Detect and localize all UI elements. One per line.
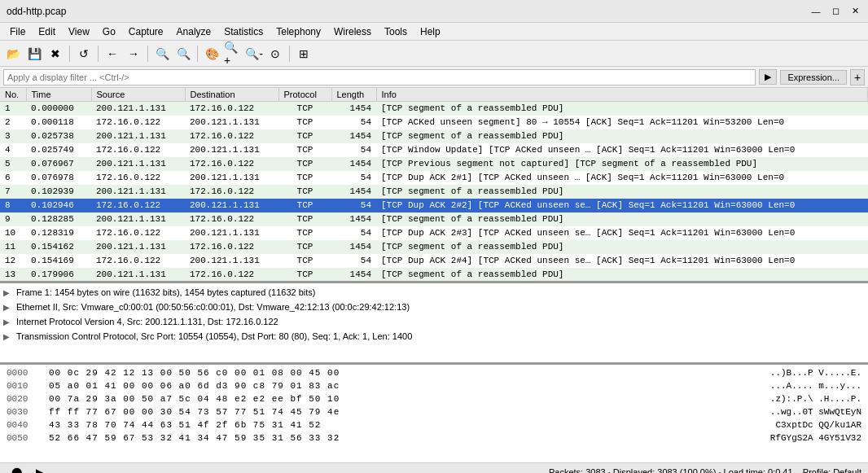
col-length[interactable]: Length (331, 88, 376, 102)
menu-item-help[interactable]: Help (414, 24, 447, 39)
table-row[interactable]: 110.154162200.121.1.131172.16.0.122TCP14… (0, 240, 868, 254)
detail-text: Ethernet II, Src: Vmware_c0:00:01 (00:50… (16, 302, 410, 312)
colorize-button[interactable]: 🎨 (202, 44, 221, 64)
menu-item-capture[interactable]: Capture (122, 24, 170, 39)
table-row[interactable]: 40.025749172.16.0.122200.121.1.131TCP54[… (0, 143, 868, 157)
menu-item-analyze[interactable]: Analyze (170, 24, 218, 39)
sep2 (98, 46, 99, 62)
menu-item-file[interactable]: File (3, 24, 32, 39)
packet-tbody: 10.000000200.121.1.131172.16.0.122TCP145… (0, 102, 868, 284)
expand-icon: ▶ (3, 318, 13, 326)
sep1 (69, 46, 70, 62)
sep5 (289, 46, 290, 62)
table-row[interactable]: 100.128319172.16.0.122200.121.1.131TCP54… (0, 226, 868, 240)
go-to-packet-button[interactable]: 🔍 (152, 44, 172, 64)
zoom-in-button[interactable]: 🔍+ (223, 44, 243, 64)
resize-columns-button[interactable]: ⊞ (294, 44, 313, 64)
status-left: ⬤ ▶ (7, 462, 49, 474)
expand-icon: ▶ (3, 288, 13, 297)
filter-apply-button[interactable]: ▶ (759, 69, 777, 85)
toolbar: 📂 💾 ✖ ↺ ← → 🔍 🔍 🎨 🔍+ 🔍- ⊙ ⊞ (0, 41, 868, 67)
col-source[interactable]: Source (91, 88, 185, 102)
col-info[interactable]: Info (376, 88, 868, 102)
menu-item-go[interactable]: Go (96, 24, 122, 39)
table-row[interactable]: 20.000118172.16.0.122200.121.1.131TCP54[… (0, 116, 868, 129)
filter-input[interactable] (3, 69, 756, 85)
table-row[interactable]: 90.128285200.121.1.131172.16.0.122TCP145… (0, 212, 868, 226)
table-row[interactable]: 80.102946172.16.0.122200.121.1.131TCP54[… (0, 199, 868, 212)
menu-item-wireless[interactable]: Wireless (327, 24, 378, 39)
detail-item[interactable]: ▶Internet Protocol Version 4, Src: 200.1… (3, 314, 865, 329)
packets-text: Packets: 3083 · Displayed: 3083 (100.0%)… (549, 467, 793, 474)
expand-icon: ▶ (3, 303, 13, 312)
maximize-button[interactable]: ◻ (829, 5, 842, 18)
sep4 (197, 46, 198, 62)
packet-list[interactable]: No. Time Source Destination Protocol Len… (0, 88, 868, 283)
menu-item-statistics[interactable]: Statistics (217, 24, 270, 39)
hex-row: 0030ff ff 77 67 00 00 30 54 73 57 77 51 … (7, 405, 861, 418)
col-protocol[interactable]: Protocol (278, 88, 331, 102)
col-time[interactable]: Time (26, 88, 91, 102)
detail-text: Frame 1: 1454 bytes on wire (11632 bits)… (16, 287, 316, 297)
detail-item[interactable]: ▶Frame 1: 1454 bytes on wire (11632 bits… (3, 285, 865, 300)
save-button[interactable]: 💾 (24, 44, 44, 64)
add-filter-button[interactable]: + (850, 69, 865, 85)
reload-button[interactable]: ↺ (74, 44, 94, 64)
close-capture-button[interactable]: ✖ (46, 44, 65, 64)
hex-row: 005052 66 47 59 67 53 32 41 34 47 59 35 … (7, 431, 861, 445)
zoom-out-button[interactable]: 🔍- (244, 44, 264, 64)
packet-table: No. Time Source Destination Protocol Len… (0, 88, 868, 283)
window-controls: — ◻ ✕ (809, 5, 861, 18)
table-row[interactable]: 70.102939200.121.1.131172.16.0.122TCP145… (0, 185, 868, 199)
table-header: No. Time Source Destination Protocol Len… (0, 88, 868, 102)
table-row[interactable]: 130.179906200.121.1.131172.16.0.122TCP14… (0, 268, 868, 282)
hex-pane: 000000 0c 29 42 12 13 00 50 56 c0 00 01 … (0, 365, 868, 462)
detail-text: Internet Protocol Version 4, Src: 200.12… (16, 317, 278, 326)
table-row[interactable]: 120.154169172.16.0.122200.121.1.131TCP54… (0, 254, 868, 268)
table-row[interactable]: 50.076967200.121.1.131172.16.0.122TCP145… (0, 157, 868, 171)
table-row[interactable]: 30.025738200.121.1.131172.16.0.122TCP145… (0, 129, 868, 143)
hex-row: 002000 7a 29 3a 00 50 a7 5c 04 48 e2 e2 … (7, 392, 861, 405)
table-row[interactable]: 140.179915172.16.0.122200.121.1.131TCP54… (0, 282, 868, 284)
detail-item[interactable]: ▶Transmission Control Protocol, Src Port… (3, 329, 865, 344)
find-button[interactable]: 🔍 (173, 44, 193, 64)
hex-row: 004043 33 78 70 74 44 63 51 4f 2f 6b 75 … (7, 418, 861, 431)
menu-bar: FileEditViewGoCaptureAnalyzeStatisticsTe… (0, 23, 868, 41)
normal-size-button[interactable]: ⊙ (265, 44, 285, 64)
status-icon-1[interactable]: ⬤ (7, 462, 26, 474)
profile-text: Profile: Default (803, 467, 861, 474)
menu-item-view[interactable]: View (62, 24, 96, 39)
menu-item-tools[interactable]: Tools (378, 24, 414, 39)
packet-detail: ▶Frame 1: 1454 bytes on wire (11632 bits… (0, 283, 868, 365)
expand-icon: ▶ (3, 332, 13, 341)
table-row[interactable]: 60.076978172.16.0.122200.121.1.131TCP54[… (0, 171, 868, 185)
hex-row: 000000 0c 29 42 12 13 00 50 56 c0 00 01 … (7, 366, 861, 379)
close-button[interactable]: ✕ (848, 5, 861, 18)
detail-text: Transmission Control Protocol, Src Port:… (16, 331, 412, 341)
title-bar: odd-http.pcap — ◻ ✕ (0, 0, 868, 23)
col-no[interactable]: No. (0, 88, 26, 102)
filter-bar: ▶ Expression... + (0, 67, 868, 88)
table-row[interactable]: 10.000000200.121.1.131172.16.0.122TCP145… (0, 102, 868, 116)
status-bar: ⬤ ▶ Packets: 3083 · Displayed: 3083 (100… (0, 462, 868, 473)
status-icon-2[interactable]: ▶ (29, 462, 49, 474)
minimize-button[interactable]: — (809, 5, 822, 18)
status-packets-info: Packets: 3083 · Displayed: 3083 (100.0%)… (549, 467, 861, 474)
title-text: odd-http.pcap (7, 6, 66, 17)
forward-button[interactable]: → (124, 44, 143, 64)
col-destination[interactable]: Destination (185, 88, 278, 102)
open-button[interactable]: 📂 (3, 44, 23, 64)
back-button[interactable]: ← (103, 44, 122, 64)
menu-item-edit[interactable]: Edit (32, 24, 62, 39)
sep3 (147, 46, 148, 62)
menu-item-telephony[interactable]: Telephony (270, 24, 327, 39)
hex-row: 001005 a0 01 41 00 00 06 a0 6d d3 90 c8 … (7, 379, 861, 392)
expression-button[interactable]: Expression... (780, 70, 847, 85)
detail-item[interactable]: ▶Ethernet II, Src: Vmware_c0:00:01 (00:5… (3, 300, 865, 314)
